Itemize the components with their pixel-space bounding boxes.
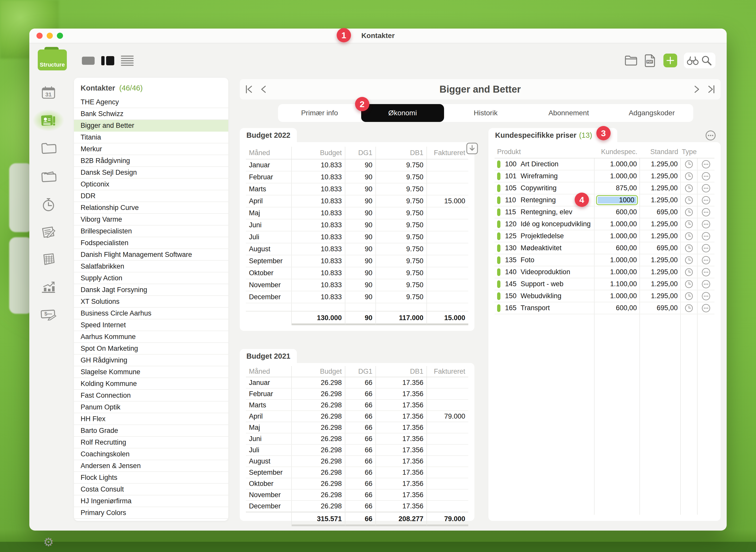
settings-gear-icon[interactable]: ⚙ (43, 535, 53, 549)
budget-row[interactable]: April 26.298 66 17.356 79.000 (246, 411, 468, 422)
budget-row[interactable]: Oktober 10.833 90 9.750 (246, 267, 468, 279)
budget-row[interactable]: November 26.298 66 17.356 (246, 490, 468, 501)
contact-list-item[interactable]: Titania (74, 132, 228, 143)
price-row[interactable]: 125 Projektledelse 1.000,00 1.000,00 1.2… (494, 230, 715, 242)
kundespec-cell[interactable]: 1.000,00 1.000,00 (595, 170, 640, 182)
sidebar-item-documents[interactable] (40, 170, 56, 182)
contact-list-item[interactable]: Merkur (74, 143, 228, 155)
contact-list-item[interactable]: Kolding Kommune (74, 378, 228, 390)
price-row[interactable]: 105 Copywriting 875,00 875,00 1.295,00 (494, 182, 715, 194)
search-icon[interactable] (700, 54, 713, 67)
row-actions-cell[interactable] (698, 254, 715, 266)
price-row[interactable]: 100 Art Direction 1.000,00 1.000,00 1.29… (494, 158, 715, 170)
budget-row[interactable]: Januar 10.833 90 9.750 (246, 159, 468, 171)
type-cell[interactable] (681, 206, 698, 218)
contact-list-item[interactable]: Flock Lights (74, 472, 228, 484)
price-edit-field[interactable]: 1000 (596, 195, 638, 205)
budget-row[interactable]: December 10.833 90 9.750 (246, 291, 468, 303)
contact-list-item[interactable]: Business Circle Aarhus (74, 308, 228, 319)
contact-list-item[interactable]: Aarhus Kommune (74, 331, 228, 343)
record-tab[interactable]: Historik (444, 104, 527, 122)
contact-list-item[interactable]: Fast Connection (74, 390, 228, 402)
sidebar-item-spreadsheet[interactable] (41, 253, 55, 267)
split-view-icon[interactable] (101, 56, 114, 65)
prices-more-icon[interactable] (705, 130, 717, 141)
kundespec-cell[interactable]: 1.000,00 1.000,00 (595, 290, 640, 302)
price-row[interactable]: 115 Rentegning, elev 600,00 600,00 695,0… (494, 206, 715, 218)
contact-list-item[interactable]: THE Agency (74, 97, 228, 108)
kundespec-cell[interactable]: 1.000,00 1.000,00 (595, 158, 640, 170)
contact-list-item[interactable]: Viborg Varme (74, 214, 228, 226)
budget-row[interactable]: Juni 10.833 90 9.750 (246, 220, 468, 231)
contact-list-item[interactable]: Spot On Marketing (74, 343, 228, 355)
sidebar-item-cases[interactable] (40, 142, 56, 154)
budget-row[interactable]: Juli 10.833 90 9.750 (246, 231, 468, 243)
row-actions-cell[interactable] (698, 266, 715, 278)
price-row[interactable]: 145 Support - web 1.100,00 1.100,00 1.29… (494, 278, 715, 290)
budget-row[interactable]: Marts 26.298 66 17.356 (246, 400, 468, 411)
contact-list-item[interactable]: Brillespecialisten (74, 226, 228, 237)
pdf-export-icon[interactable]: PDF (644, 54, 657, 67)
contact-list-item[interactable]: Barto Grade (74, 425, 228, 437)
contact-list-item[interactable]: XT Solutions (74, 296, 228, 308)
contact-list-item[interactable]: Dansk Sejl Design (74, 167, 228, 178)
contact-list-item[interactable]: DDR (74, 190, 228, 202)
contact-list-item[interactable]: Danish Flight Management Software (74, 249, 228, 261)
row-actions-cell[interactable] (698, 278, 715, 290)
budget-row[interactable]: Juli 26.298 66 17.356 (246, 445, 468, 456)
budget-row[interactable]: November 10.833 90 9.750 (246, 279, 468, 291)
type-cell[interactable] (681, 218, 698, 230)
budget-row[interactable]: Maj 10.833 90 9.750 (246, 208, 468, 220)
contact-list-item[interactable]: HJ Ingeniørfirma (74, 496, 228, 507)
row-actions-cell[interactable] (698, 206, 715, 218)
row-actions-cell[interactable] (698, 194, 715, 206)
kundespec-cell[interactable]: 1.000,00 1.000,00 (595, 230, 640, 242)
type-cell[interactable] (681, 290, 698, 302)
row-actions-cell[interactable] (698, 242, 715, 254)
kundespec-cell[interactable]: 600,00 600,00 (595, 206, 640, 218)
price-row[interactable]: 150 Webudvikling 1.000,00 1.000,00 1.295… (494, 290, 715, 302)
budget-row[interactable]: Oktober 26.298 66 17.356 (246, 478, 468, 490)
row-actions-cell[interactable] (698, 230, 715, 242)
contact-list-item[interactable]: Panum Optik (74, 402, 228, 413)
record-tab[interactable]: Abonnement (527, 104, 610, 122)
price-row[interactable]: 135 Foto 1.000,00 1.000,00 1.295,00 (494, 254, 715, 266)
price-row[interactable]: 165 Transport 600,00 600,00 695,00 (494, 302, 715, 314)
contact-list-item[interactable]: Primary Colors (74, 507, 228, 519)
kundespec-cell[interactable]: 875,00 875,00 (595, 182, 640, 194)
binoculars-icon[interactable] (687, 54, 699, 67)
row-actions-cell[interactable] (698, 170, 715, 182)
sidebar-item-contacts[interactable] (40, 113, 56, 128)
card-view-icon[interactable] (82, 56, 95, 65)
budget-row[interactable]: Januar 26.298 66 17.356 (246, 377, 468, 389)
row-actions-cell[interactable] (698, 302, 715, 314)
contact-list-item[interactable]: Bank Schwizz (74, 108, 228, 120)
last-record-icon[interactable] (707, 84, 716, 94)
kundespec-cell[interactable]: 4 1000 1000 (595, 194, 640, 206)
download-icon[interactable] (466, 142, 478, 155)
contact-list-item[interactable]: GH Rådgivning (74, 355, 228, 366)
contact-list-item[interactable]: Relationship Curve (74, 202, 228, 214)
budget-row[interactable]: April 10.833 90 9.750 15.000 (246, 195, 468, 208)
kundespec-cell[interactable]: 600,00 600,00 (595, 302, 640, 314)
row-actions-cell[interactable] (698, 218, 715, 230)
record-tab[interactable]: Økonomi 2 (361, 104, 444, 122)
contact-list-item[interactable]: HH Flex (74, 413, 228, 425)
list-view-icon[interactable] (121, 55, 134, 66)
row-actions-cell[interactable] (698, 290, 715, 302)
contact-list-item[interactable]: Fodspecialisten (74, 237, 228, 249)
type-cell[interactable] (681, 182, 698, 194)
type-cell[interactable] (681, 230, 698, 242)
contact-list-item[interactable]: Costa Consult (74, 484, 228, 496)
sidebar-item-calendar[interactable]: 31 (41, 86, 56, 100)
sidebar-item-invoicing[interactable]: $ (40, 308, 56, 321)
contact-list-item[interactable]: B2B Rådgivning (74, 155, 228, 167)
budget-row[interactable]: Februar 10.833 90 9.750 (246, 171, 468, 183)
budget-row[interactable]: December 26.298 66 17.356 (246, 501, 468, 512)
type-cell[interactable] (681, 242, 698, 254)
budget-row[interactable]: August 26.298 66 17.356 (246, 456, 468, 467)
budget-row[interactable]: Februar 26.298 66 17.356 (246, 389, 468, 400)
type-cell[interactable] (681, 170, 698, 182)
kundespec-cell[interactable]: 600,00 600,00 (595, 242, 640, 254)
sidebar-item-reports[interactable] (41, 281, 56, 294)
